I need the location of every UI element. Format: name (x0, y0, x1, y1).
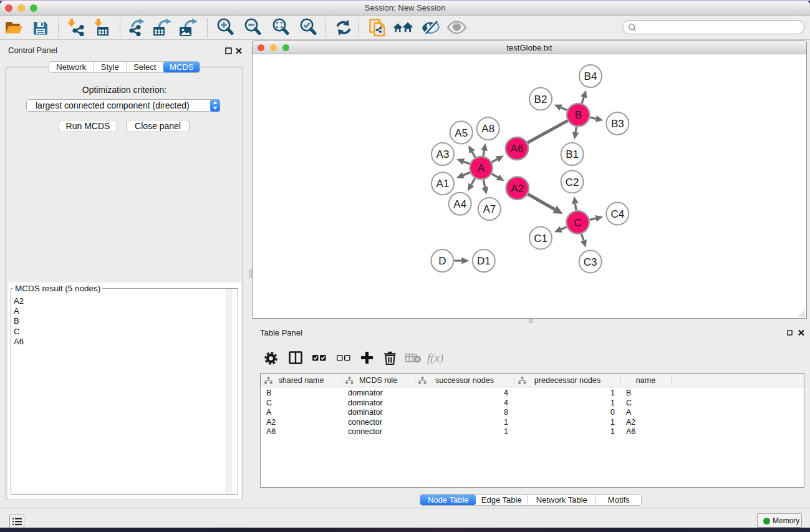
svg-text:A1: A1 (436, 178, 450, 190)
svg-text:A2: A2 (511, 183, 524, 195)
svg-text:B2: B2 (534, 94, 547, 105)
svg-text:B1: B1 (566, 148, 579, 160)
svg-text:C3: C3 (584, 256, 597, 268)
svg-text:B4: B4 (584, 70, 597, 82)
svg-text:C4: C4 (610, 208, 624, 220)
svg-text:A7: A7 (483, 203, 496, 215)
svg-text:A: A (478, 162, 485, 174)
svg-text:A3: A3 (436, 148, 450, 160)
svg-text:D: D (438, 255, 446, 267)
svg-text:B3: B3 (611, 118, 624, 130)
svg-text:D1: D1 (477, 255, 491, 267)
svg-text:A8: A8 (481, 123, 494, 135)
svg-text:C: C (574, 217, 581, 229)
svg-text:C2: C2 (566, 177, 579, 188)
svg-text:A6: A6 (511, 143, 524, 155)
svg-text:B: B (575, 109, 582, 121)
svg-text:C1: C1 (534, 233, 547, 244)
svg-text:A4: A4 (453, 198, 466, 210)
svg-text:A5: A5 (455, 127, 468, 139)
